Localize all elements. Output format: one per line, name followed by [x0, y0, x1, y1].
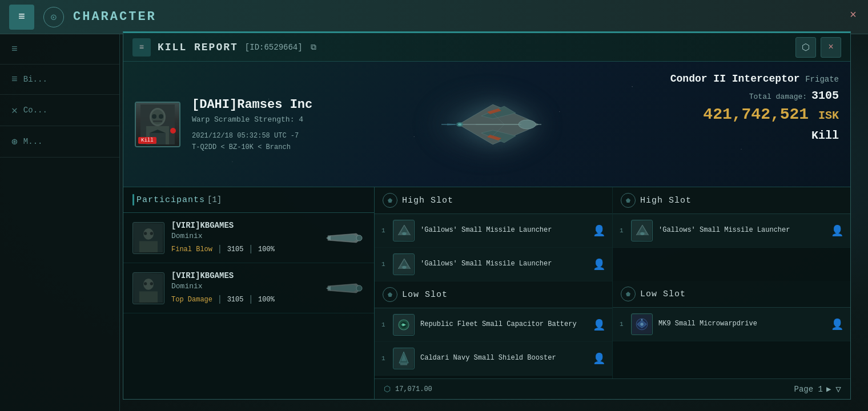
sidebar-item-combat[interactable]: ✕ Co... [0, 95, 119, 126]
participant-item-2[interactable]: [VIRI]KBGAMES Dominix Top Damage | 3105 … [123, 263, 374, 313]
participant-weapon-2 [325, 276, 365, 301]
slot-item-high-2[interactable]: 1 'Gallows' Small Missile Launcher [375, 248, 612, 281]
high-slot-header: High Slot [375, 187, 612, 214]
standings-icon: ⊛ [11, 135, 18, 148]
svg-point-4 [152, 114, 156, 119]
participant-info-2: [VIRI]KBGAMES Dominix Top Damage | 3105 … [171, 271, 318, 305]
svg-rect-20 [139, 291, 158, 303]
equipment-columns: High Slot 1 [375, 187, 850, 378]
participant-damage-2: 3105 [227, 296, 244, 304]
slot-icon-l2 [393, 348, 415, 369]
page-label: Page 1 [794, 385, 823, 394]
slot-name-h1: 'Gallows' Small Missile Launcher [420, 226, 587, 235]
kill-result: Kill [670, 129, 839, 142]
top-bar: ≡ ⊙ CHARACTER × [0, 0, 868, 34]
copy-icon[interactable]: ⧉ [311, 43, 316, 52]
red-status-dot [170, 128, 176, 134]
participant-item[interactable]: [VIRI]KBGAMES Dominix Final Blow | 3105 … [123, 213, 374, 263]
export-icon: ⬡ [802, 42, 810, 53]
svg-point-35 [403, 324, 405, 326]
slot-person-rl1: 👤 [831, 318, 843, 331]
eq-column-right: High Slot 1 [613, 187, 850, 378]
slot-person-rh1: 👤 [831, 224, 843, 237]
modal-title-id: [ID:6529664] ⧉ [245, 43, 316, 52]
sidebar-label-combat: Co... [23, 106, 47, 115]
kill-report-modal: ≡ KILL REPORT [ID:6529664] ⧉ ⬡ × [123, 31, 851, 400]
final-blow-tag: Final Blow [171, 245, 212, 253]
slot-name-rh1: 'Gallows' Small Missile Launcher [658, 226, 825, 235]
modal-hamburger-button[interactable]: ≡ [132, 38, 151, 57]
filter-button[interactable]: ▽ [835, 384, 841, 395]
ship-name: Condor II Interceptor [670, 73, 800, 84]
participant-avatar-2 [132, 272, 164, 304]
slot-icon-l1 [393, 314, 415, 336]
participant-damage-1: 3105 [227, 245, 244, 253]
participant-pct-1: 100% [258, 245, 275, 253]
participants-title: Participants [136, 195, 205, 205]
sidebar-label-bio: Bi... [23, 75, 47, 84]
svg-marker-31 [388, 292, 392, 297]
low-slot-header: Low Slot [375, 281, 612, 308]
participants-panel: Participants [1] [123, 187, 375, 399]
participant-info-1: [VIRI]KBGAMES Dominix Final Blow | 3105 … [171, 221, 318, 255]
slot-num-l1: 1 [381, 321, 387, 328]
svg-rect-14 [139, 241, 158, 252]
participant-name-2: [VIRI]KBGAMES [171, 271, 318, 280]
pilot-warp-scramble: Warp Scramble Strength: 4 [192, 115, 312, 124]
slot-item-r-high-1[interactable]: 1 'Gallows' Small Missile Launcher [613, 214, 850, 248]
slot-name-l1: Republic Fleet Small Capacitor Battery [420, 320, 587, 329]
slot-icon-rl1 [631, 313, 653, 335]
top-hamburger-button[interactable]: ≡ [9, 5, 34, 30]
low-slot-title: Low Slot [402, 290, 448, 300]
slot-person-h1: 👤 [593, 224, 605, 237]
window-close-button[interactable]: × [844, 6, 862, 24]
close-icon: × [828, 42, 834, 53]
svg-point-15 [144, 232, 147, 235]
participant-list: [VIRI]KBGAMES Dominix Final Blow | 3105 … [123, 213, 374, 399]
slot-item-high-1[interactable]: 1 'Gallows' Small Missile Launcher [375, 214, 612, 248]
participant-stats-2: Top Damage | 3105 | 100% [171, 295, 318, 305]
svg-point-5 [159, 114, 163, 119]
participant-ship-2: Dominix [171, 282, 318, 291]
modal-title: KILL REPORT [158, 42, 238, 53]
hamburger-icon: ≡ [18, 10, 25, 23]
pilot-name: [DAHI]Ramses Inc [192, 98, 312, 112]
modal-close-button[interactable]: × [821, 37, 841, 58]
pilot-kill-date: 2021/12/18 05:32:58 UTC -7 [192, 132, 312, 140]
svg-rect-6 [153, 120, 162, 122]
slot-item-r-low-1[interactable]: 1 MK9 Sm [613, 308, 850, 341]
svg-point-29 [402, 266, 406, 269]
total-damage-label: Total damage: 3105 [670, 89, 839, 102]
pilot-info: [DAHI]Ramses Inc Warp Scramble Strength:… [192, 98, 312, 151]
next-page-button[interactable]: ▶ [826, 384, 831, 394]
slot-item-low-2[interactable]: 1 Caldari Navy Small Shield Booster [375, 342, 612, 376]
pilot-avatar: Kill [135, 102, 180, 147]
svg-point-43 [640, 232, 644, 235]
slot-item-low-1[interactable]: 1 Republic Fleet Small Capa [375, 308, 612, 342]
isk-value: 421,742,521 ISK [670, 106, 839, 123]
high-slot-icon-r [621, 193, 636, 208]
sidebar-item-bio[interactable]: ≡ Bi... [0, 65, 119, 95]
slot-num-h1: 1 [381, 227, 387, 234]
sidebar-label-standings: M... [23, 137, 43, 146]
participant-stats-1: Final Blow | 3105 | 100% [171, 244, 318, 255]
export-button[interactable]: ⬡ [795, 37, 816, 58]
slot-person-l1: 👤 [593, 319, 605, 331]
sidebar-item-standings[interactable]: ⊛ M... [0, 126, 119, 158]
svg-point-21 [144, 282, 147, 285]
participant-avatar-1 [132, 222, 164, 254]
low-slot-title-r: Low Slot [640, 289, 686, 299]
svg-marker-45 [626, 292, 630, 296]
participant-ship-1: Dominix [171, 232, 318, 240]
sidebar-item-menu[interactable]: ≡ [0, 34, 119, 65]
page-nav: Page 1 ▶ [794, 384, 831, 394]
svg-point-27 [402, 232, 406, 235]
modal-footer: ⬡ 17,071.00 Page 1 ▶ ▽ [375, 378, 850, 399]
footer-value: 17,071.00 [395, 385, 432, 393]
ship-stats: Condor II Interceptor Frigate Total dama… [670, 73, 839, 142]
report-bottom: Participants [1] [123, 187, 850, 399]
high-slot-title-r: High Slot [640, 196, 692, 206]
high-slot-header-r: High Slot [613, 187, 850, 214]
modal-hamburger-icon: ≡ [139, 43, 144, 52]
report-content: Kill [DAHI]Ramses Inc Warp Scramble Stre… [123, 62, 850, 399]
